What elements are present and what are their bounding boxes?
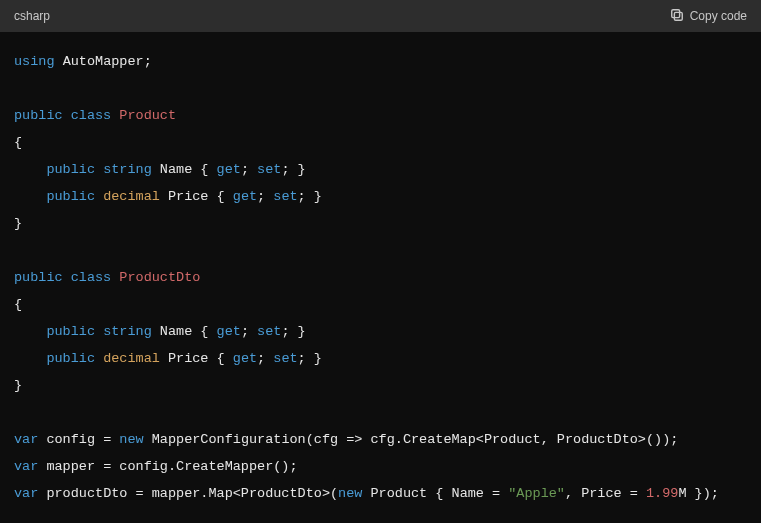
language-label: csharp xyxy=(14,9,50,23)
type-decimal: decimal xyxy=(103,189,160,204)
keyword-set: set xyxy=(257,324,281,339)
code-block-header: csharp Copy code xyxy=(0,0,761,32)
prop-name: Name xyxy=(160,324,192,339)
keyword-new: new xyxy=(119,432,143,447)
number-literal: 1.99 xyxy=(646,486,678,501)
keyword-public: public xyxy=(14,270,63,285)
prop-price: Price xyxy=(168,351,209,366)
expr: , Price = xyxy=(565,486,646,501)
code-content: using AutoMapper; public class Product {… xyxy=(0,32,761,523)
string-literal: "Apple" xyxy=(508,486,565,501)
svg-rect-0 xyxy=(674,12,682,20)
keyword-class: class xyxy=(71,108,112,123)
keyword-public: public xyxy=(46,189,95,204)
keyword-var: var xyxy=(14,459,38,474)
var-mapper: mapper xyxy=(46,459,95,474)
class-name-product: Product xyxy=(119,108,176,123)
keyword-get: get xyxy=(233,189,257,204)
class-name-productdto: ProductDto xyxy=(119,270,200,285)
type-string: string xyxy=(103,324,152,339)
svg-rect-1 xyxy=(671,9,679,17)
type-string: string xyxy=(103,162,152,177)
type-decimal: decimal xyxy=(103,351,160,366)
keyword-public: public xyxy=(46,351,95,366)
expr: }); xyxy=(687,486,719,501)
keyword-var: var xyxy=(14,486,38,501)
prop-price: Price xyxy=(168,189,209,204)
keyword-var: var xyxy=(14,432,38,447)
keyword-public: public xyxy=(46,162,95,177)
namespace: AutoMapper xyxy=(63,54,144,69)
expr: mapper.Map<ProductDto>( xyxy=(152,486,338,501)
keyword-set: set xyxy=(273,351,297,366)
keyword-public: public xyxy=(46,324,95,339)
var-config: config xyxy=(46,432,95,447)
keyword-public: public xyxy=(14,108,63,123)
keyword-class: class xyxy=(71,270,112,285)
expr: config.CreateMapper(); xyxy=(119,459,297,474)
expr: Product { Name = xyxy=(371,486,509,501)
keyword-get: get xyxy=(217,162,241,177)
keyword-get: get xyxy=(233,351,257,366)
prop-name: Name xyxy=(160,162,192,177)
copy-code-button[interactable]: Copy code xyxy=(670,8,747,25)
keyword-set: set xyxy=(257,162,281,177)
copy-icon xyxy=(670,8,684,25)
keyword-new: new xyxy=(338,486,362,501)
keyword-get: get xyxy=(217,324,241,339)
copy-code-label: Copy code xyxy=(690,9,747,23)
expr: MapperConfiguration(cfg => cfg.CreateMap… xyxy=(152,432,679,447)
decimal-suffix: M xyxy=(678,486,686,501)
keyword-using: using xyxy=(14,54,55,69)
keyword-set: set xyxy=(273,189,297,204)
var-productdto: productDto xyxy=(46,486,127,501)
